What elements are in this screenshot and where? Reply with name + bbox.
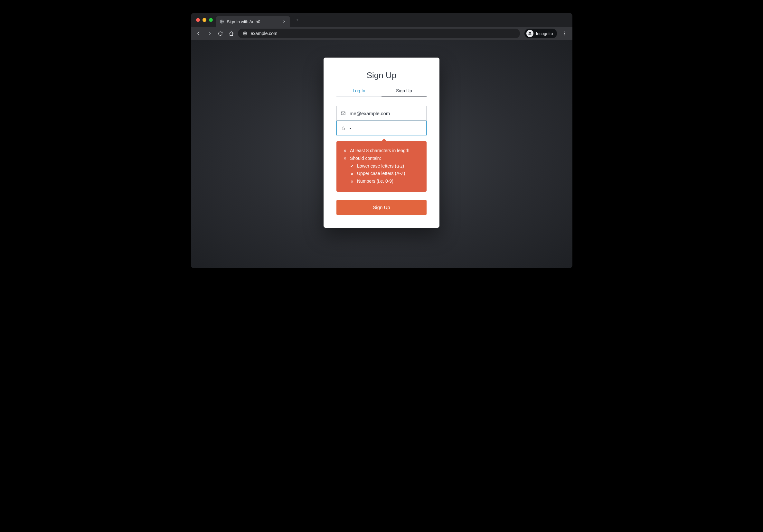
svg-point-2 <box>529 34 530 35</box>
x-icon <box>343 149 347 153</box>
svg-point-6 <box>564 35 565 36</box>
auth-card: Sign Up Log In Sign Up <box>324 57 439 228</box>
new-tab-button[interactable] <box>293 15 302 25</box>
address-bar[interactable]: example.com <box>238 29 520 38</box>
card-heading: Sign Up <box>336 70 427 80</box>
tab-strip: Sign In with Auth0 <box>191 13 572 27</box>
password-field-wrapper[interactable] <box>336 121 427 135</box>
svg-point-4 <box>564 32 565 32</box>
auth-tabs: Log In Sign Up <box>336 88 427 97</box>
tab-login[interactable]: Log In <box>336 88 382 97</box>
close-tab-icon[interactable] <box>282 19 287 24</box>
signup-button[interactable]: Sign Up <box>336 200 427 215</box>
rule-contain-text: Should contain: <box>350 155 381 162</box>
lock-icon <box>341 126 346 131</box>
sub-rules: Lower case letters (a-z) Upper case lett… <box>343 162 420 185</box>
browser-menu-button[interactable] <box>560 29 569 38</box>
x-icon <box>350 172 354 176</box>
tab-title: Sign In with Auth0 <box>227 19 279 24</box>
email-input[interactable] <box>350 106 422 120</box>
window-zoom-button[interactable] <box>209 18 213 22</box>
url-text: example.com <box>251 31 277 36</box>
incognito-label: Incognito <box>536 31 553 36</box>
browser-window: Sign In with Auth0 <box>191 13 572 268</box>
site-info-icon[interactable] <box>242 31 248 36</box>
rule-length-text: At least 8 characters in length <box>350 147 409 155</box>
forward-button[interactable] <box>205 29 214 38</box>
tab-signup[interactable]: Sign Up <box>382 88 427 97</box>
password-hint-box: At least 8 characters in length Should c… <box>336 141 427 192</box>
toolbar: example.com Incognito <box>191 27 572 40</box>
incognito-icon <box>526 30 533 37</box>
rule-numbers-text: Numbers (i.e. 0-9) <box>357 178 393 185</box>
x-icon <box>350 179 354 183</box>
rule-upper: Upper case letters (A-Z) <box>350 170 420 178</box>
mail-icon <box>341 111 346 116</box>
rule-lower: Lower case letters (a-z) <box>350 162 420 170</box>
incognito-indicator[interactable]: Incognito <box>524 29 557 38</box>
rule-upper-text: Upper case letters (A-Z) <box>357 170 405 178</box>
window-controls <box>193 13 216 27</box>
svg-rect-8 <box>342 128 345 130</box>
globe-icon <box>219 19 224 24</box>
page-viewport: Sign Up Log In Sign Up <box>191 40 572 268</box>
rule-length: At least 8 characters in length <box>343 147 420 155</box>
rule-contain-heading: Should contain: <box>343 155 420 162</box>
home-button[interactable] <box>227 29 236 38</box>
reload-button[interactable] <box>216 29 225 38</box>
rule-numbers: Numbers (i.e. 0-9) <box>350 178 420 185</box>
svg-rect-7 <box>341 112 345 115</box>
window-minimize-button[interactable] <box>202 18 206 22</box>
x-icon <box>343 157 347 160</box>
password-input[interactable] <box>350 121 422 135</box>
back-button[interactable] <box>194 29 203 38</box>
email-field-wrapper[interactable] <box>336 106 427 121</box>
check-icon <box>350 164 354 168</box>
window-close-button[interactable] <box>196 18 200 22</box>
svg-point-5 <box>564 33 565 34</box>
svg-point-3 <box>530 34 531 35</box>
browser-tab[interactable]: Sign In with Auth0 <box>216 16 290 27</box>
rule-lower-text: Lower case letters (a-z) <box>357 162 404 170</box>
